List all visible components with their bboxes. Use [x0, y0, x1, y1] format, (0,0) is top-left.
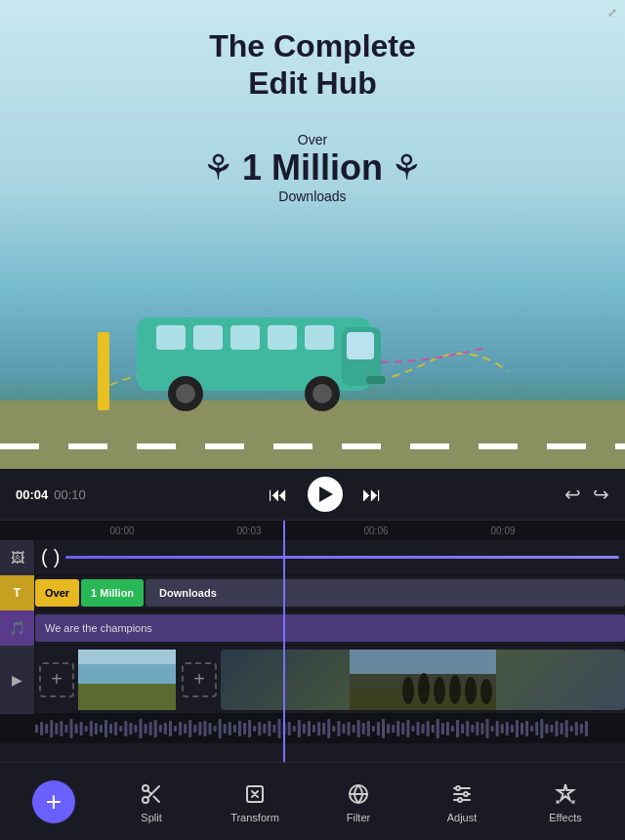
- transport-bar: 00:04 00:10 ⏮ ⏭ ↩ ↪: [0, 469, 625, 521]
- svg-rect-102: [401, 723, 404, 735]
- svg-rect-55: [169, 721, 172, 736]
- undo-button[interactable]: ↩: [564, 483, 581, 506]
- svg-rect-50: [145, 724, 147, 734]
- svg-rect-42: [104, 720, 107, 737]
- svg-rect-114: [461, 724, 464, 734]
- svg-rect-53: [159, 725, 162, 733]
- svg-rect-96: [372, 726, 375, 732]
- award-over: Over: [242, 132, 383, 147]
- svg-rect-92: [353, 725, 355, 733]
- svg-rect-94: [362, 723, 365, 735]
- adjust-tool[interactable]: Adjust: [435, 780, 489, 823]
- filter-icon: [345, 780, 372, 808]
- animation-track-content[interactable]: ( ): [35, 540, 625, 574]
- svg-rect-113: [456, 720, 459, 737]
- svg-rect-7: [347, 332, 374, 359]
- title-line1: The Complete: [0, 27, 625, 64]
- video-thumbs[interactable]: + +: [35, 646, 625, 714]
- play-button[interactable]: [308, 477, 343, 512]
- svg-rect-71: [248, 720, 251, 737]
- svg-rect-40: [95, 723, 98, 735]
- ruler-tick-2: 00:06: [312, 525, 439, 536]
- add-clip-right-button[interactable]: +: [182, 662, 217, 697]
- transform-tool[interactable]: Transform: [228, 780, 282, 823]
- bottom-toolbar: + Split Transform: [0, 762, 625, 840]
- waveform-area: [0, 714, 625, 743]
- svg-rect-54: [164, 723, 167, 735]
- svg-rect-70: [243, 723, 246, 735]
- svg-rect-111: [446, 722, 449, 735]
- text-track-content[interactable]: Over 1 Million Downloads: [35, 575, 625, 609]
- filter-tool[interactable]: Filter: [331, 780, 386, 823]
- audio-chip[interactable]: We are the champions: [35, 614, 625, 642]
- svg-rect-48: [134, 725, 137, 733]
- video-track: ▶ + +: [0, 646, 625, 714]
- svg-rect-136: [570, 726, 573, 732]
- video-thumb-people: [221, 650, 625, 710]
- split-icon: [138, 780, 165, 808]
- svg-rect-65: [219, 719, 222, 738]
- ruler-tick-3: 00:09: [439, 525, 566, 536]
- svg-rect-28: [35, 725, 38, 733]
- svg-rect-60: [193, 725, 196, 733]
- svg-rect-5: [268, 325, 297, 350]
- svg-rect-109: [437, 719, 439, 738]
- svg-rect-18: [78, 650, 176, 664]
- svg-rect-46: [124, 721, 127, 736]
- svg-rect-126: [521, 723, 523, 735]
- animation-line: [65, 556, 619, 559]
- svg-point-24: [434, 677, 445, 704]
- video-track-icon: ▶: [0, 646, 35, 714]
- svg-rect-108: [432, 725, 435, 733]
- effects-tool[interactable]: Effects: [538, 780, 593, 823]
- svg-point-25: [449, 675, 461, 704]
- svg-rect-110: [441, 723, 444, 735]
- svg-rect-62: [203, 721, 206, 736]
- svg-rect-68: [233, 725, 236, 733]
- svg-rect-131: [545, 724, 548, 734]
- svg-point-22: [402, 677, 414, 704]
- svg-rect-77: [278, 719, 281, 738]
- svg-rect-133: [556, 721, 559, 736]
- svg-rect-76: [272, 725, 275, 733]
- svg-rect-37: [80, 722, 83, 735]
- laurel-right-icon: ⚘: [391, 147, 422, 189]
- chip-downloads[interactable]: Downloads: [146, 579, 625, 607]
- audio-track-content[interactable]: We are the champions: [35, 610, 625, 645]
- svg-rect-16: [78, 684, 176, 710]
- svg-rect-123: [506, 722, 509, 735]
- chip-over[interactable]: Over: [35, 579, 79, 607]
- chip-million[interactable]: 1 Million: [81, 579, 144, 607]
- timeline-ruler: 00:00 00:03 00:06 00:09: [0, 521, 625, 540]
- add-fab-button[interactable]: +: [32, 780, 75, 823]
- svg-rect-101: [396, 721, 399, 736]
- split-tool[interactable]: Split: [124, 780, 179, 823]
- svg-rect-64: [214, 726, 217, 732]
- svg-rect-49: [140, 719, 143, 738]
- svg-rect-85: [317, 722, 320, 735]
- svg-rect-105: [417, 722, 420, 735]
- svg-rect-3: [193, 325, 223, 350]
- skip-forward-button[interactable]: ⏭: [358, 480, 386, 510]
- preview-area: The Complete Edit Hub ⚘ Over 1 Million D…: [0, 0, 625, 469]
- time-current: 00:04: [16, 487, 48, 502]
- svg-rect-63: [209, 723, 212, 735]
- skip-back-button[interactable]: ⏮: [265, 480, 292, 510]
- svg-rect-116: [471, 725, 474, 733]
- svg-rect-39: [90, 721, 93, 736]
- add-clip-left-button[interactable]: +: [39, 662, 74, 697]
- redo-button[interactable]: ↪: [593, 483, 609, 506]
- music-icon: 🎵: [9, 620, 25, 636]
- svg-rect-135: [565, 720, 568, 737]
- svg-point-11: [312, 384, 332, 403]
- svg-rect-86: [322, 723, 325, 735]
- svg-rect-130: [540, 719, 543, 738]
- svg-rect-31: [50, 720, 53, 737]
- bracket-markers: ( ): [35, 540, 625, 574]
- award-text: Over 1 Million Downloads: [242, 132, 383, 204]
- svg-rect-81: [298, 720, 301, 737]
- expand-icon[interactable]: ⤢: [607, 6, 617, 20]
- time-total: 00:10: [54, 487, 86, 502]
- svg-rect-89: [337, 721, 340, 736]
- svg-rect-35: [70, 719, 73, 738]
